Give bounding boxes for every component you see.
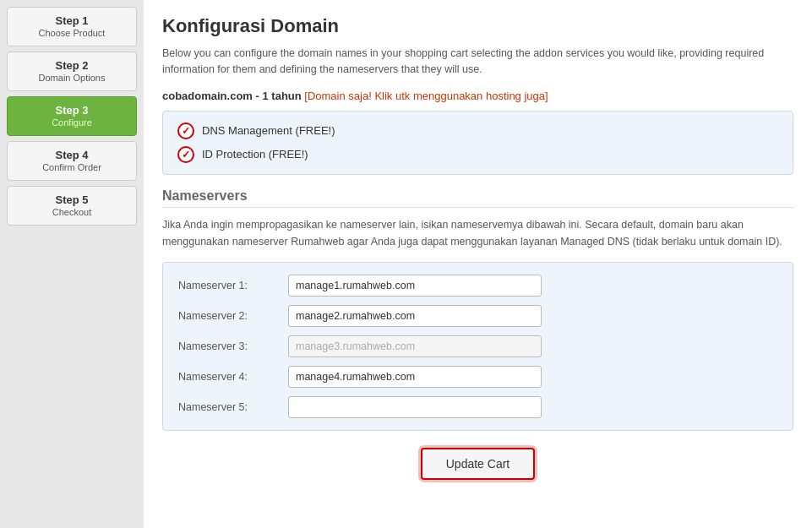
sidebar-step-step2[interactable]: Step 2Domain Options (7, 52, 137, 91)
addon-item-idprotection: ID Protection (FREE!) (177, 145, 779, 164)
addon-idprotection-label: ID Protection (FREE!) (202, 148, 308, 161)
ns-label-3: Nameserver 3: (178, 340, 288, 352)
nameservers-title: Nameservers (162, 188, 793, 208)
step-name-step1: Choose Product (39, 28, 106, 38)
domain-header: cobadomain.com - 1 tahun [Domain saja! K… (162, 90, 793, 102)
addon-box: DNS Management (FREE!) ID Protection (FR… (162, 111, 793, 175)
dns-check-icon (177, 122, 195, 140)
sidebar-step-step5[interactable]: Step 5Checkout (7, 186, 137, 226)
step-num-step4: Step 4 (13, 149, 131, 161)
page-description: Below you can configure the domain names… (162, 46, 793, 78)
ns-label-1: Nameserver 1: (178, 280, 288, 291)
idprotection-check-icon (177, 145, 195, 164)
sidebar-step-step4[interactable]: Step 4Confirm Order (7, 141, 137, 181)
step-name-step2: Domain Options (39, 73, 106, 83)
ns-label-5: Nameserver 5: (178, 401, 288, 413)
nameservers-box: Nameserver 1:Nameserver 2:Nameserver 3:N… (162, 262, 793, 431)
ns-row-4: Nameserver 4: (178, 366, 777, 388)
ns-row-3: Nameserver 3: (178, 335, 777, 357)
ns-label-2: Nameserver 2: (178, 310, 288, 322)
sidebar-step-step1[interactable]: Step 1Choose Product (7, 7, 137, 46)
step-num-step3: Step 3 (13, 104, 131, 117)
check-circle-idprotection (177, 146, 194, 163)
step-num-step5: Step 5 (13, 193, 131, 206)
domain-name: cobadomain.com (162, 90, 253, 102)
ns-row-1: Nameserver 1: (178, 275, 777, 297)
sidebar-step-step3[interactable]: Step 3Configure (7, 96, 137, 136)
ns-label-4: Nameserver 4: (178, 371, 288, 383)
sidebar: Step 1Choose ProductStep 2Domain Options… (0, 0, 144, 528)
step-name-step5: Checkout (52, 207, 91, 217)
step-name-step4: Confirm Order (42, 162, 101, 172)
ns-input-4[interactable] (288, 366, 542, 388)
step-name-step3: Configure (52, 117, 92, 128)
ns-input-1[interactable] (288, 275, 542, 297)
addon-item-dns: DNS Management (FREE!) (177, 122, 779, 140)
domain-link[interactable]: [Domain saja! Klik utk menggunakan hosti… (304, 90, 548, 102)
check-circle-dns (177, 122, 194, 139)
btn-area: Update Cart (162, 448, 793, 480)
update-cart-button[interactable]: Update Cart (421, 448, 535, 480)
addon-dns-label: DNS Management (FREE!) (202, 124, 335, 137)
ns-description: Jika Anda ingin mempropagasikan ke names… (162, 216, 793, 250)
page-title: Konfigurasi Domain (162, 15, 793, 37)
step-num-step1: Step 1 (13, 14, 131, 27)
step-num-step2: Step 2 (13, 59, 131, 72)
main-content: Konfigurasi Domain Below you can configu… (144, 0, 812, 528)
ns-input-3[interactable] (288, 335, 542, 357)
ns-row-2: Nameserver 2: (178, 305, 777, 327)
domain-suffix: - 1 tahun (253, 90, 304, 102)
ns-input-5[interactable] (288, 396, 542, 418)
ns-input-2[interactable] (288, 305, 542, 327)
ns-row-5: Nameserver 5: (178, 396, 777, 418)
